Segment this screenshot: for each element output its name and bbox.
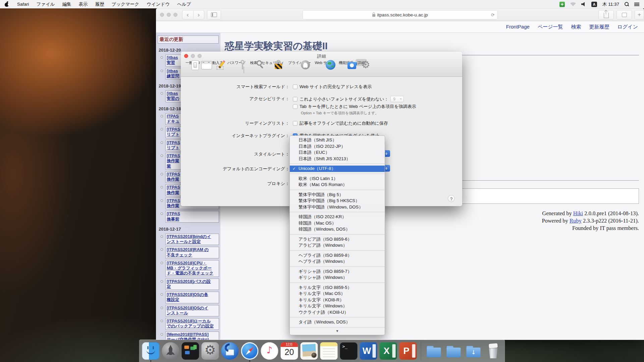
- dock-excel-icon[interactable]: [380, 342, 397, 360]
- encoding-menu-item[interactable]: 繁体字中国語（Big 5）: [290, 192, 385, 198]
- encoding-menu-item[interactable]: ヘブライ語（ISO 8859-8）: [290, 252, 385, 259]
- encoding-menu-item[interactable]: ギリシャ語（Windows）: [290, 275, 385, 281]
- sidebar-entry-link[interactable]: [ITPASS2018]bindのイ ンストールと設定: [165, 234, 219, 245]
- menu-bar-item[interactable]: ファイル: [33, 2, 58, 7]
- encoding-menu-item[interactable]: キリル文字（KOI8-R）: [290, 297, 385, 303]
- encoding-menu-item[interactable]: 日本語（ISO 2022-JP）: [290, 143, 385, 150]
- sidebar-entry-link[interactable]: [ITPASS2018]OSのイ ンストール: [165, 305, 219, 317]
- help-button[interactable]: ?: [448, 195, 455, 202]
- spotlight-icon[interactable]: [625, 2, 629, 6]
- dock-calendar-icon[interactable]: [281, 342, 298, 360]
- zoom-button[interactable]: [173, 13, 177, 17]
- forward-icon[interactable]: ›: [194, 11, 204, 18]
- green-app-status-icon[interactable]: [559, 2, 565, 7]
- encoding-menu-item[interactable]: アラビア語（ISO 8859-6）: [290, 236, 385, 243]
- apple-menu-icon[interactable]: [5, 2, 9, 7]
- menu-bar-clock[interactable]: 木 11:37: [602, 1, 619, 7]
- menu-bar-item[interactable]: 編集: [59, 2, 75, 7]
- sidebar-entry-link[interactable]: [ITPASS2018]OSの各 種設定: [165, 292, 219, 303]
- dock-safari-icon[interactable]: [241, 342, 259, 360]
- dock-terminal-icon[interactable]: [340, 342, 358, 360]
- encoding-menu-item[interactable]: 韓国語（Windows, DOS）: [290, 226, 385, 233]
- encoding-menu-item[interactable]: キリル文字（Mac OS）: [290, 291, 385, 297]
- tab-overview-button[interactable]: [616, 10, 632, 19]
- minimize-button[interactable]: [167, 13, 171, 17]
- encoding-menu-item[interactable]: ギリシャ語（ISO 8859-7）: [290, 268, 385, 275]
- encoding-menu-item[interactable]: Unicode（UTF-8）: [290, 166, 385, 172]
- sidebar-entry-link[interactable]: [ITPASS2018]パスの設 定: [165, 279, 219, 290]
- encoding-menu-item[interactable]: キリル文字（ISO 8859-5）: [290, 285, 385, 291]
- prefs-tab-passwords[interactable]: パスワード: [225, 59, 248, 66]
- encoding-menu-item[interactable]: 欧米（Mac OS Roman）: [290, 182, 385, 188]
- footer-link[interactable]: Hiki: [573, 210, 583, 217]
- checkbox-reading-list-offline[interactable]: [293, 121, 298, 126]
- reload-icon[interactable]: ⟳: [491, 12, 495, 17]
- dock-mission-control-icon[interactable]: [182, 342, 199, 360]
- menu-scroll-down-icon[interactable]: ▼: [290, 327, 385, 334]
- encoding-menu-item[interactable]: 日本語（Shift JIS X0213）: [290, 156, 385, 162]
- encoding-menu-item[interactable]: 日本語（Shift JIS）: [290, 137, 385, 143]
- page-nav-link[interactable]: ページ一覧: [538, 24, 563, 30]
- dock-downloads-folder-icon[interactable]: [465, 342, 482, 360]
- sidebar-entry-link[interactable]: [ITPAS 換事前: [165, 211, 219, 223]
- encoding-menu-item[interactable]: 日本語（EUC）: [290, 149, 385, 156]
- page-nav-link[interactable]: 検索: [571, 24, 581, 30]
- checkbox-min-font-size[interactable]: [293, 97, 298, 102]
- address-bar[interactable]: itpass.scitec.kobe-u.ac.jp ⟳: [303, 10, 498, 19]
- prefs-tab-privacy[interactable]: プライバシー: [286, 59, 313, 66]
- prefs-tab-websites[interactable]: Web サイト: [313, 59, 336, 66]
- prefs-tab-general[interactable]: 一般: [183, 59, 195, 66]
- menu-bar-item[interactable]: 履歴: [92, 2, 108, 7]
- encoding-menu-item[interactable]: タイ語（Windows, DOS）: [290, 319, 385, 325]
- share-button[interactable]: [598, 10, 614, 19]
- dock-photos-icon[interactable]: [301, 342, 318, 360]
- checkbox-tab-highlight[interactable]: [293, 104, 298, 109]
- sidebar-entry-link[interactable]: [ITPASS2018]ローカル でのバックアップの設定: [165, 318, 219, 330]
- notification-center-icon[interactable]: [634, 2, 639, 6]
- encoding-menu-item[interactable]: 繁体字中国語（Big 5 HKSCS）: [290, 198, 385, 204]
- volume-icon[interactable]: [581, 2, 586, 6]
- menu-bar-item[interactable]: 表示: [75, 2, 92, 7]
- prefs-tab-search[interactable]: 検索: [248, 59, 260, 66]
- encoding-menu-item[interactable]: 欧米（ISO Latin 1）: [290, 176, 385, 182]
- encoding-menu-item[interactable]: キリル文字（Windows）: [290, 303, 385, 309]
- page-nav-link[interactable]: FrontPage: [506, 24, 530, 30]
- dock-notes-icon[interactable]: [320, 342, 338, 360]
- back-icon[interactable]: ‹: [182, 11, 193, 18]
- footer-link[interactable]: Ruby: [570, 218, 582, 224]
- checkbox-show-full-address[interactable]: [293, 84, 298, 89]
- dock-documents-folder-icon[interactable]: [445, 342, 463, 360]
- dock-powerpoint-icon[interactable]: [399, 342, 417, 360]
- page-nav-link[interactable]: ログイン: [618, 24, 638, 30]
- encoding-menu-item[interactable]: ウクライナ語（KOI8-U）: [290, 309, 385, 316]
- encoding-menu-item[interactable]: アラビア語（Windows）: [290, 242, 385, 249]
- page-nav-link[interactable]: 更新履歴: [589, 24, 609, 30]
- wifi-off-icon[interactable]: [570, 2, 576, 6]
- new-tab-button[interactable]: +: [635, 10, 644, 19]
- dock-finder-icon[interactable]: [142, 342, 160, 360]
- encoding-menu-item[interactable]: ヘブライ語（Windows）: [290, 258, 385, 265]
- dock-thunderbird-icon[interactable]: [221, 342, 239, 360]
- menu-bar-item[interactable]: ヘルプ: [173, 2, 195, 7]
- menu-bar-item[interactable]: ブックマーク: [108, 2, 143, 7]
- sidebar-entry-link[interactable]: [ITPASS2018]CPU・ MB・グラフィックボー ド・電源の不良チェック: [165, 260, 219, 277]
- input-source-icon[interactable]: A: [591, 2, 597, 7]
- menu-bar-item[interactable]: ウインドウ: [143, 2, 173, 7]
- dock-launchpad-icon[interactable]: [162, 342, 179, 360]
- font-size-select[interactable]: 9: [390, 96, 404, 102]
- encoding-menu-item[interactable]: 韓国語（ISO 2022-KR）: [290, 214, 385, 220]
- encoding-menu-item[interactable]: 繁体字中国語（Windows, DOS）: [290, 204, 385, 210]
- dock-applications-folder-icon[interactable]: [425, 342, 443, 360]
- prefs-tab-security[interactable]: セキュリティ: [260, 59, 286, 66]
- menu-bar-item[interactable]: Safari: [13, 2, 33, 7]
- dock-system-preferences-icon[interactable]: [202, 342, 219, 360]
- prefs-tab-advanced[interactable]: 詳細: [356, 59, 367, 66]
- dock-itunes-icon[interactable]: [261, 342, 278, 360]
- encoding-menu-item[interactable]: 韓国語（Mac OS）: [290, 220, 385, 227]
- close-button[interactable]: [160, 13, 164, 17]
- dock-word-icon[interactable]: [360, 342, 377, 360]
- dock-trash-icon[interactable]: [485, 342, 502, 360]
- sidebar-toggle-button[interactable]: [207, 10, 221, 19]
- sidebar-entry-link[interactable]: [Memo2018][ITPASS] サーバ交換作業 (tako): [165, 331, 219, 340]
- sidebar-entry-link[interactable]: [ITPASS2018]RAM の 不良チェック: [165, 247, 219, 258]
